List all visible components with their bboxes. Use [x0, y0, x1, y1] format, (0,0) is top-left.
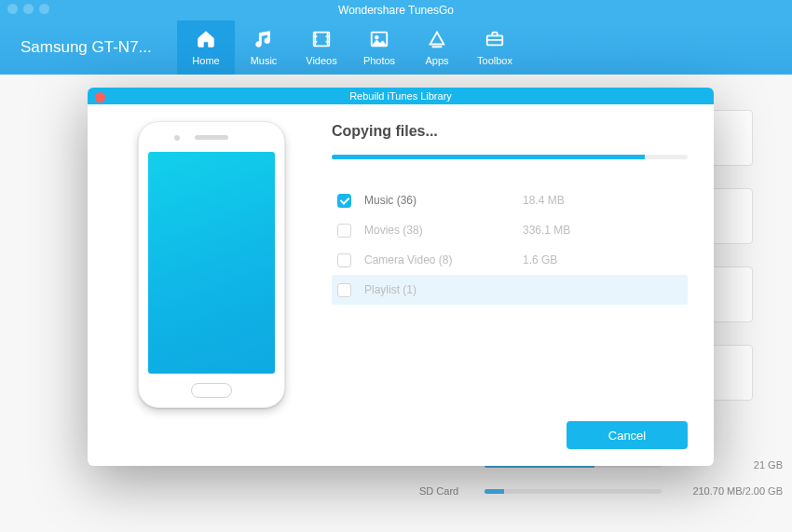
- file-size: 1.6 GB: [523, 253, 557, 266]
- file-size: 18.4 MB: [523, 194, 565, 207]
- file-label: Camera Video (8): [364, 253, 523, 266]
- phone-home-button-icon: [191, 383, 232, 398]
- checkbox-icon[interactable]: [337, 224, 351, 238]
- phone-sensor-icon: [174, 135, 180, 141]
- checkbox-icon[interactable]: [337, 194, 351, 208]
- rebuild-library-dialog: Rebuild iTunes Library Copying files...: [88, 88, 714, 466]
- checkbox-icon[interactable]: [337, 253, 351, 267]
- file-label: Playlist (1): [364, 283, 523, 296]
- cancel-button[interactable]: Cancel: [567, 421, 688, 449]
- file-label: Music (36): [364, 194, 523, 207]
- checkbox-icon[interactable]: [337, 283, 351, 297]
- file-size: 336.1 MB: [523, 224, 570, 237]
- file-row-camera-video[interactable]: Camera Video (8) 1.6 GB: [332, 245, 688, 275]
- modal-overlay: Rebuild iTunes Library Copying files...: [0, 0, 792, 532]
- phone-speaker-icon: [195, 135, 228, 140]
- progress-bar: [332, 155, 688, 159]
- file-row-playlist[interactable]: Playlist (1): [332, 275, 688, 305]
- phone-illustration: [114, 121, 309, 408]
- file-row-movies[interactable]: Movies (38) 336.1 MB: [332, 215, 688, 245]
- modal-heading: Copying files...: [332, 123, 688, 140]
- file-row-music[interactable]: Music (36) 18.4 MB: [332, 185, 688, 215]
- file-list: Music (36) 18.4 MB Movies (38) 336.1 MB …: [332, 185, 688, 305]
- file-label: Movies (38): [364, 224, 523, 237]
- modal-title: Rebuild iTunes Library: [349, 90, 452, 102]
- close-icon[interactable]: [95, 92, 105, 102]
- phone-screen: [148, 152, 275, 374]
- phone-frame: [138, 121, 285, 408]
- modal-titlebar: Rebuild iTunes Library: [88, 88, 714, 104]
